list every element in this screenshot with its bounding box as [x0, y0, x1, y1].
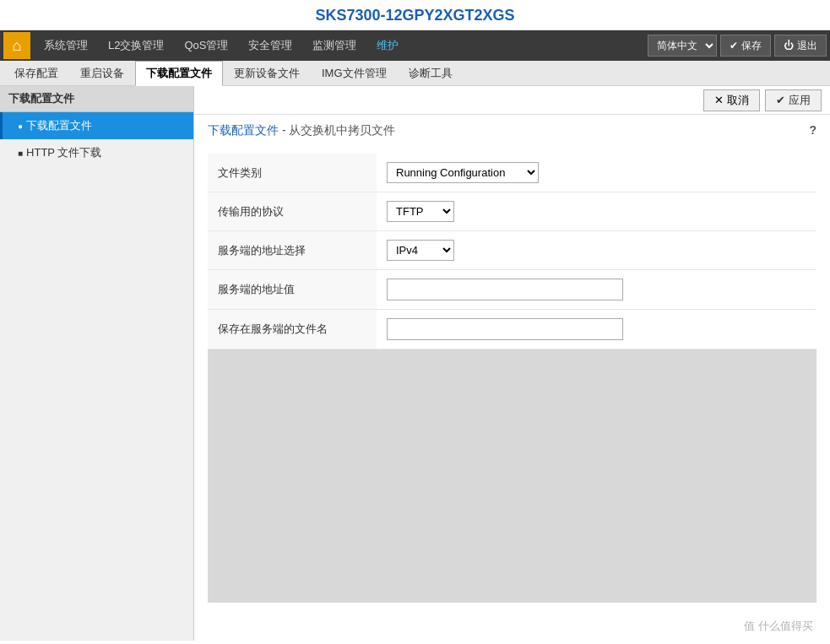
label-file-type: 文件类别: [208, 154, 377, 192]
logout-button[interactable]: ⏻ 退出: [774, 35, 827, 57]
page-title-link[interactable]: 下载配置文件: [208, 123, 279, 137]
form-row-addr-type: 服务端的地址选择 IPv4 IPv6: [208, 231, 816, 270]
form-area: ? 下载配置文件 - 从交换机中拷贝文件 文件类别 Running Config…: [194, 115, 830, 641]
cell-addr-value: [377, 270, 816, 310]
label-addr-type: 服务端的地址选择: [208, 231, 377, 270]
form-row-addr-value: 服务端的地址值: [208, 270, 816, 310]
form-row-file-type: 文件类别 Running Configuration Startup Confi…: [208, 154, 816, 192]
label-addr-value: 服务端的地址值: [208, 270, 377, 310]
apply-check-icon: ✔: [776, 94, 785, 106]
nav-item-qos[interactable]: QoS管理: [174, 30, 238, 61]
form-row-filename: 保存在服务端的文件名: [208, 310, 816, 349]
bullet-icon: ●: [18, 122, 23, 131]
main-layout: 下载配置文件 ● 下载配置文件 ■ HTTP 文件下载 ✕ 取消 ✔ 应用 ?: [0, 86, 830, 641]
sec-nav-update-device[interactable]: 更新设备文件: [223, 61, 311, 86]
sidebar-group-title: 下载配置文件: [0, 86, 193, 112]
help-icon: ?: [809, 123, 816, 137]
page-title: ? 下载配置文件 - 从交换机中拷贝文件: [208, 123, 816, 142]
watermark: 值 什么值得买: [744, 619, 813, 634]
input-filename[interactable]: [387, 318, 623, 340]
nav-item-monitor[interactable]: 监测管理: [302, 30, 366, 61]
top-nav: ⌂ 系统管理 L2交换管理 QoS管理 安全管理 监测管理 维护 简体中文 ✔ …: [0, 30, 830, 61]
nav-item-security[interactable]: 安全管理: [238, 30, 302, 61]
nav-item-l2[interactable]: L2交换管理: [98, 30, 174, 61]
select-file-type[interactable]: Running Configuration Startup Configurat…: [387, 162, 539, 183]
save-label: 保存: [741, 39, 762, 53]
nav-item-system[interactable]: 系统管理: [34, 30, 98, 61]
nav-right: 简体中文 ✔ 保存 ⏻ 退出: [648, 35, 827, 57]
logout-label: 退出: [797, 39, 817, 53]
save-checkmark-icon: ✔: [730, 40, 738, 51]
language-select[interactable]: 简体中文: [648, 35, 717, 57]
device-title: SKS7300-12GPY2XGT2XGS: [315, 7, 514, 24]
sidebar-item-label-download: 下载配置文件: [26, 118, 92, 133]
cancel-button[interactable]: ✕ 取消: [703, 89, 760, 111]
nav-item-maintenance[interactable]: 维护: [366, 30, 409, 61]
cell-file-type: Running Configuration Startup Configurat…: [377, 154, 816, 192]
sidebar-item-download-config[interactable]: ● 下载配置文件: [0, 112, 193, 139]
title-bar: SKS7300-12GPY2XGT2XGS: [0, 0, 830, 30]
sidebar-item-label-http: HTTP 文件下载: [26, 145, 101, 160]
select-addr-type[interactable]: IPv4 IPv6: [387, 240, 454, 261]
cell-filename: [377, 310, 816, 349]
apply-button[interactable]: ✔ 应用: [765, 89, 822, 111]
page-title-sub: 从交换机中拷贝文件: [289, 123, 395, 137]
cancel-x-icon: ✕: [714, 94, 724, 106]
label-filename: 保存在服务端的文件名: [208, 310, 377, 349]
save-button[interactable]: ✔ 保存: [720, 35, 771, 57]
logout-icon: ⏻: [784, 40, 794, 51]
sidebar-item-http-download[interactable]: ■ HTTP 文件下载: [0, 139, 193, 166]
select-protocol[interactable]: TFTP FTP SFTP: [387, 201, 454, 222]
second-nav: 保存配置 重启设备 下载配置文件 更新设备文件 IMG文件管理 诊断工具: [0, 61, 830, 86]
cell-addr-type: IPv4 IPv6: [377, 231, 816, 270]
form-row-protocol: 传输用的协议 TFTP FTP SFTP: [208, 192, 816, 231]
bullet-icon-2: ■: [18, 149, 23, 158]
content-area: ✕ 取消 ✔ 应用 ? 下载配置文件 - 从交换机中拷贝文件 文件类别: [194, 86, 830, 641]
action-bar: ✕ 取消 ✔ 应用: [194, 86, 830, 115]
sec-nav-reboot[interactable]: 重启设备: [69, 61, 135, 86]
label-protocol: 传输用的协议: [208, 192, 377, 231]
sec-nav-save-config[interactable]: 保存配置: [3, 61, 69, 86]
sec-nav-diagnostics[interactable]: 诊断工具: [398, 61, 464, 86]
cancel-label: 取消: [727, 93, 749, 108]
cell-protocol: TFTP FTP SFTP: [377, 192, 816, 231]
apply-label: 应用: [789, 93, 811, 108]
home-button[interactable]: ⌂: [3, 32, 30, 59]
gray-area: [208, 349, 816, 603]
sec-nav-download-config[interactable]: 下载配置文件: [135, 61, 223, 86]
home-icon: ⌂: [13, 37, 22, 55]
form-table: 文件类别 Running Configuration Startup Confi…: [208, 154, 816, 349]
sec-nav-img-manage[interactable]: IMG文件管理: [311, 61, 398, 86]
sidebar: 下载配置文件 ● 下载配置文件 ■ HTTP 文件下载: [0, 86, 194, 641]
input-addr-value[interactable]: [387, 279, 623, 300]
